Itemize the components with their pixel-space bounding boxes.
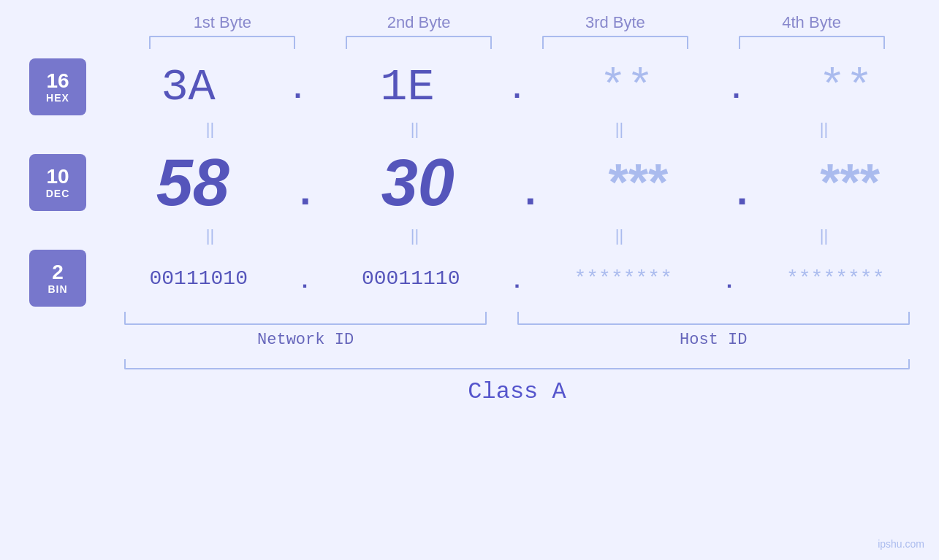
dot-bin-2: . xyxy=(510,271,523,293)
network-id-label: Network ID xyxy=(124,331,487,349)
bin-b3: ******** xyxy=(574,267,672,290)
bracket-network xyxy=(124,312,487,325)
main-container: 1st Byte 2nd Byte 3rd Byte 4th Byte 16 H… xyxy=(0,0,939,560)
bracket-byte4 xyxy=(739,36,885,49)
byte2-header: 2nd Byte xyxy=(338,13,499,32)
bracket-class xyxy=(124,359,910,369)
dot-hex-1: . xyxy=(289,76,307,105)
dot-hex-2: . xyxy=(508,76,525,105)
dec-b3: *** xyxy=(607,153,666,212)
equals-1-b2: || xyxy=(335,120,495,139)
dec-b2: 30 xyxy=(381,145,455,220)
hex-number: 16 xyxy=(46,70,69,93)
byte1-header: 1st Byte xyxy=(142,13,303,32)
hex-b2: 1E xyxy=(380,61,434,113)
bin-label: BIN xyxy=(47,283,67,295)
bin-b1: 00111010 xyxy=(150,267,248,290)
equals-2-b4: || xyxy=(744,226,905,245)
equals-2-b1: || xyxy=(130,226,291,245)
equals-1-b4: || xyxy=(744,120,905,139)
equals-2-b3: || xyxy=(539,226,700,245)
bin-b2: 00011110 xyxy=(362,267,460,290)
dec-b1: 58 xyxy=(156,145,229,220)
dec-b4: *** xyxy=(818,153,878,212)
equals-1-b1: || xyxy=(130,120,291,139)
bin-number: 2 xyxy=(52,261,64,284)
bracket-byte2 xyxy=(346,36,492,49)
dec-label: DEC xyxy=(46,188,70,199)
bin-badge: 2 BIN xyxy=(29,250,86,307)
dec-number: 10 xyxy=(46,166,69,188)
bracket-host xyxy=(517,312,911,325)
byte4-header: 4th Byte xyxy=(731,13,892,32)
dot-bin-1: . xyxy=(298,271,311,293)
dot-hex-3: . xyxy=(727,76,745,105)
hex-badge: 16 HEX xyxy=(29,58,86,115)
hex-label: HEX xyxy=(46,92,69,104)
hex-b4: ** xyxy=(818,61,873,113)
dot-bin-3: . xyxy=(723,271,736,293)
dot-dec-2: . xyxy=(518,174,542,214)
hex-b1: 3A xyxy=(161,61,215,113)
hex-b3: ** xyxy=(599,61,653,113)
host-id-label: Host ID xyxy=(517,331,911,349)
byte3-header: 3rd Byte xyxy=(535,13,696,32)
bracket-byte1 xyxy=(149,36,295,49)
dot-dec-3: . xyxy=(730,174,754,214)
bracket-byte3 xyxy=(542,36,688,49)
equals-1-b3: || xyxy=(539,120,700,139)
bin-b4: ******** xyxy=(786,267,884,290)
class-label: Class A xyxy=(468,378,566,405)
dot-dec-1: . xyxy=(293,174,317,214)
dec-badge: 10 DEC xyxy=(29,154,86,211)
equals-2-b2: || xyxy=(335,226,495,245)
watermark: ipshu.com xyxy=(878,538,924,550)
